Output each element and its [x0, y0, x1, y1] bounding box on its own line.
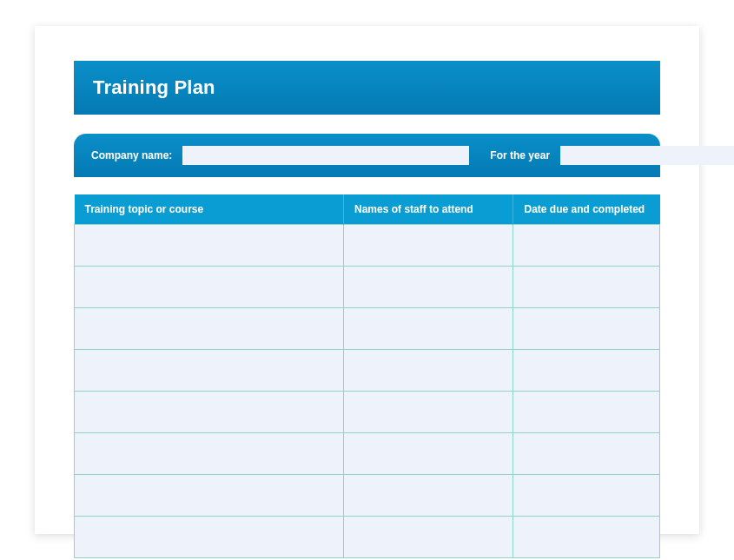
year-field[interactable] [560, 146, 734, 165]
table-row [75, 350, 660, 392]
cell-staff[interactable] [344, 308, 513, 350]
cell-topic[interactable] [75, 392, 344, 433]
cell-date[interactable] [513, 475, 660, 517]
cell-date[interactable] [513, 517, 660, 558]
cell-topic[interactable] [75, 225, 344, 267]
cell-date[interactable] [513, 225, 660, 267]
cell-date[interactable] [513, 392, 660, 433]
year-label: For the year [490, 149, 550, 161]
cell-staff[interactable] [344, 517, 513, 558]
table-row [75, 308, 660, 350]
cell-staff[interactable] [344, 392, 513, 433]
cell-topic[interactable] [75, 308, 344, 350]
cell-date[interactable] [513, 267, 660, 308]
document-page: Training Plan Company name: For the year… [35, 26, 699, 534]
header-date: Date due and completed [513, 194, 660, 225]
table-row [75, 475, 660, 517]
company-name-label: Company name: [91, 149, 172, 161]
company-name-field[interactable] [182, 146, 469, 165]
cell-staff[interactable] [344, 350, 513, 392]
training-table: Training topic or course Names of staff … [74, 194, 660, 558]
training-table-wrap: Training topic or course Names of staff … [74, 194, 660, 558]
table-header-row: Training topic or course Names of staff … [75, 194, 660, 225]
cell-topic[interactable] [75, 267, 344, 308]
cell-staff[interactable] [344, 225, 513, 267]
cell-topic[interactable] [75, 517, 344, 558]
table-row [75, 392, 660, 433]
cell-date[interactable] [513, 308, 660, 350]
cell-staff[interactable] [344, 433, 513, 475]
header-staff: Names of staff to attend [344, 194, 513, 225]
table-row [75, 433, 660, 475]
cell-topic[interactable] [75, 350, 344, 392]
page-title: Training Plan [74, 61, 660, 115]
cell-staff[interactable] [344, 475, 513, 517]
table-row [75, 267, 660, 308]
table-row [75, 225, 660, 267]
cell-staff[interactable] [344, 267, 513, 308]
cell-date[interactable] [513, 433, 660, 475]
cell-topic[interactable] [75, 475, 344, 517]
header-topic: Training topic or course [75, 194, 344, 225]
cell-topic[interactable] [75, 433, 344, 475]
cell-date[interactable] [513, 350, 660, 392]
info-bar: Company name: For the year [74, 134, 660, 177]
table-row [75, 517, 660, 558]
